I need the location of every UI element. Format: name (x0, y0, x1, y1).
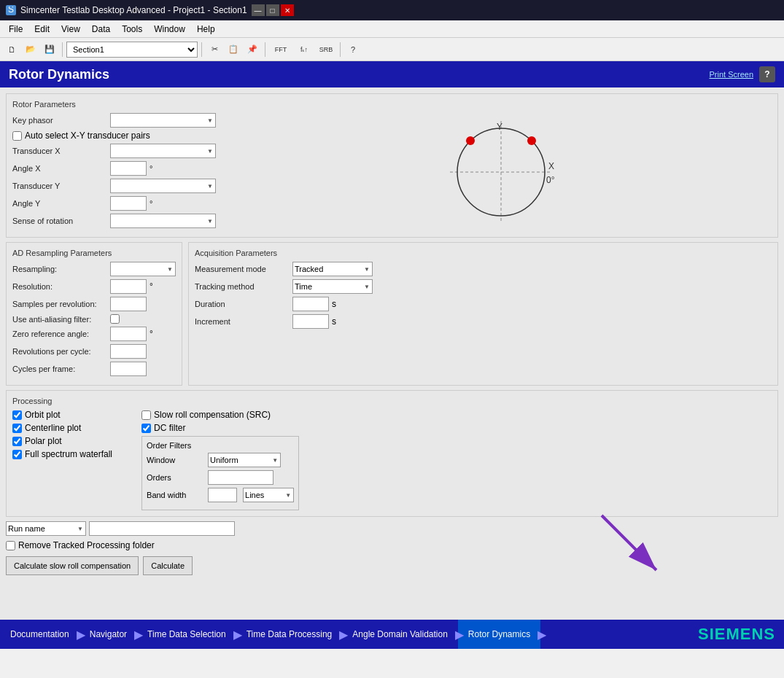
section-combo[interactable]: Section1 (66, 42, 198, 58)
nav-time-data-processing[interactable]: Time Data Processing (236, 620, 343, 649)
key-phasor-combo-wrapper (110, 113, 216, 128)
dc-filter-checkbox[interactable] (141, 424, 151, 433)
new-btn[interactable]: 🗋 (3, 41, 20, 58)
open-btn[interactable]: 📂 (22, 41, 39, 58)
x-label: X (548, 161, 554, 171)
zero-label: 0° (546, 175, 555, 185)
auto-select-row: Auto select X-Y transducer pairs (12, 130, 224, 141)
auto-select-label[interactable]: Auto select X-Y transducer pairs (12, 130, 150, 141)
centerline-plot-checkbox[interactable] (12, 424, 22, 433)
duration-row: Duration 30 s (195, 297, 772, 311)
rev-per-cycle-row: Revolutions per cycle: 1 (12, 344, 176, 359)
tb2-btn[interactable]: SRB (316, 41, 336, 58)
anti-aliasing-checkbox[interactable] (110, 314, 120, 324)
orbit-plot-label[interactable]: Orbit plot (12, 410, 61, 420)
increment-unit: s (332, 316, 336, 327)
samples-per-rev-input[interactable]: 360 (110, 297, 147, 311)
help-toolbar-btn[interactable]: ? (344, 41, 362, 58)
orders-input[interactable]: 1;2 (208, 470, 273, 485)
resolution-unit: ° (150, 281, 153, 292)
acquisition-params-section: Acquisition Parameters Measurement mode … (188, 242, 778, 386)
tracking-method-select[interactable]: Time (292, 279, 373, 294)
menu-view[interactable]: View (55, 23, 86, 36)
header-bar: Rotor Dynamics Print Screen ? (0, 61, 784, 87)
remove-tracked-label[interactable]: Remove Tracked Processing folder (6, 540, 155, 550)
order-filters-title: Order Filters (147, 441, 294, 450)
print-screen-link[interactable]: Print Screen (709, 70, 753, 79)
run-name-select[interactable]: Run name (6, 521, 86, 536)
menu-window[interactable]: Window (148, 23, 191, 36)
sense-rotation-combo-wrapper (110, 214, 216, 228)
nav-navigator[interactable]: Navigator (79, 620, 137, 649)
cycles-per-frame-input[interactable]: 1 (110, 362, 147, 376)
auto-select-checkbox[interactable] (12, 131, 22, 141)
toolbar: 🗋 📂 💾 Section1 ✂ 📋 📌 FFT fₛ↑ SRB ? (0, 38, 784, 61)
transducer-y-select[interactable] (110, 179, 216, 193)
close-btn[interactable]: ✕ (281, 4, 294, 16)
rev-per-cycle-input[interactable]: 1 (110, 344, 147, 359)
paste-btn[interactable]: 📌 (244, 41, 261, 58)
resampling-row: Resampling: (12, 262, 176, 276)
fft-btn[interactable]: FFT (269, 41, 292, 58)
samples-per-rev-label: Samples per revolution: (12, 300, 107, 308)
slow-roll-checkbox[interactable] (141, 410, 151, 420)
transducer-x-row: Transducer X (12, 144, 224, 158)
nav-rotor-dynamics[interactable]: Rotor Dynamics (458, 620, 540, 649)
measurement-mode-select[interactable]: Tracked (292, 262, 373, 276)
slow-roll-label[interactable]: Slow roll compensation (SRC) (141, 410, 271, 420)
menu-data[interactable]: Data (86, 23, 116, 36)
save-btn[interactable]: 💾 (41, 41, 58, 58)
bandwidth-unit-select[interactable]: Lines (243, 488, 294, 502)
nav-angle-domain[interactable]: Angle Domain Validation (342, 620, 458, 649)
key-phasor-select[interactable] (110, 113, 216, 128)
resolution-input[interactable]: 1 (110, 279, 147, 294)
window-combo-wrapper: Uniform (208, 453, 281, 467)
bottom-nav: Documentation Navigator Time Data Select… (0, 620, 784, 649)
tb1-btn[interactable]: fₛ↑ (294, 41, 314, 58)
toolbar-sep1 (62, 42, 63, 57)
resampling-label: Resampling: (12, 265, 107, 273)
duration-input[interactable]: 30 (292, 297, 329, 311)
maximize-btn[interactable]: □ (266, 4, 279, 16)
menu-file[interactable]: File (3, 23, 28, 36)
menu-edit[interactable]: Edit (28, 23, 55, 36)
remove-tracked-checkbox[interactable] (6, 541, 15, 550)
cycles-per-frame-row: Cycles per frame: 1 (12, 362, 176, 376)
nav-time-data-selection[interactable]: Time Data Selection (137, 620, 236, 649)
angle-y-unit: ° (150, 199, 152, 208)
run-name-input[interactable]: Tp 1 (89, 521, 235, 536)
full-spectrum-label[interactable]: Full spectrum waterfall (12, 449, 112, 459)
polar-plot-label[interactable]: Polar plot (12, 436, 62, 446)
dc-filter-label[interactable]: DC filter (141, 423, 185, 433)
menu-help[interactable]: Help (191, 23, 221, 36)
ad-acq-row: AD Resampling Parameters Resampling: Res… (6, 242, 778, 386)
increment-input[interactable]: 0.5 (292, 314, 329, 329)
calculate-slow-roll-btn[interactable]: Calculate slow roll compensation (6, 556, 139, 575)
siemens-text: SIEMENS (698, 625, 775, 644)
angle-y-input[interactable]: 135 (110, 196, 147, 211)
full-spectrum-checkbox[interactable] (12, 450, 22, 459)
cut-btn[interactable]: ✂ (206, 41, 223, 58)
measurement-mode-combo-wrapper: Tracked (292, 262, 373, 276)
menu-tools[interactable]: Tools (116, 23, 148, 36)
angle-x-input[interactable]: 45 (110, 161, 147, 176)
orbit-plot-checkbox[interactable] (12, 410, 22, 420)
nav-documentation[interactable]: Documentation (0, 620, 79, 649)
resampling-select[interactable] (110, 262, 176, 276)
polar-plot-checkbox[interactable] (12, 437, 22, 446)
rotor-params-container: Key phasor Auto select X-Y transducer pa… (12, 113, 772, 231)
bandwidth-input[interactable]: 1 (208, 488, 237, 502)
minimize-btn[interactable]: — (252, 4, 265, 16)
transducer-x-select[interactable] (110, 144, 216, 158)
centerline-plot-label[interactable]: Centerline plot (12, 423, 81, 433)
sense-rotation-select[interactable] (110, 214, 216, 228)
orders-row: Orders 1;2 (147, 470, 294, 485)
remove-tracked-row: Remove Tracked Processing folder (6, 540, 778, 550)
zero-ref-input[interactable]: 0 (110, 327, 147, 341)
copy-btn[interactable]: 📋 (225, 41, 242, 58)
title-bar-controls[interactable]: — □ ✕ (252, 4, 294, 16)
window-select[interactable]: Uniform (208, 453, 281, 467)
calculate-btn[interactable]: Calculate (143, 556, 193, 575)
help-btn[interactable]: ? (759, 66, 775, 82)
angle-x-row: Angle X 45 ° (12, 161, 224, 176)
